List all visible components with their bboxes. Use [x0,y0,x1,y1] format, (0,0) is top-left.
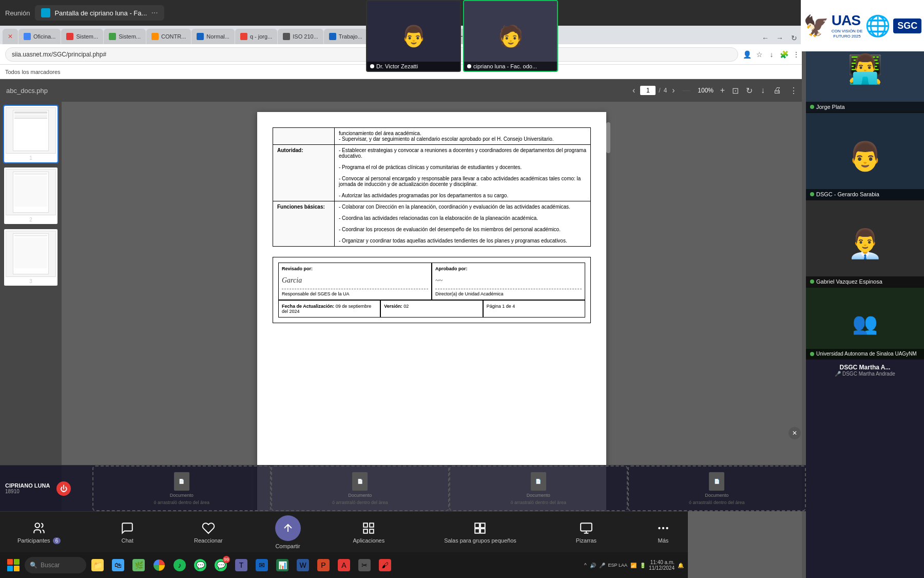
sig-row-top: Revisado por: Garcia Responsable del SGE… [278,263,585,300]
browser-forward-btn[interactable]: → [774,32,786,44]
react-btn[interactable]: Reaccionar [187,518,230,547]
video-bg-gabriel: 👨‍💼 [806,200,924,287]
taskbar-app-earth[interactable]: 🌿 [129,556,148,574]
taskbar-app-files[interactable]: 📁 [88,556,107,574]
close-overlay-btn[interactable]: ✕ [788,427,801,439]
close-tab-icon[interactable]: ✕ [8,33,13,40]
system-tray: ^ 🔊 🎤 ESP LAA 📶 🔋 11:40 a.m. 11/12/2024 … [584,560,684,571]
taskbar-app-mail[interactable]: ✉ [253,556,271,574]
files-icon: 📁 [91,559,104,571]
taskbar-app-excel[interactable]: 📊 [273,556,292,574]
browser-reload-btn[interactable]: ↻ [788,32,800,44]
browser-tab-contr[interactable]: CONTR... [146,29,191,44]
taskbar-app-word[interactable]: W [294,556,312,574]
uas-eagle-icon: 🦅 [803,8,829,44]
doc-drop-zone-2[interactable]: 📄 Documento ó arrastraló dentro del área [271,465,450,511]
pdf-thumb-3[interactable]: 3 [4,229,57,286]
taskbar-app-spotify[interactable]: ♪ [170,556,189,574]
mic-icon-1 [467,64,471,68]
browser-back-btn[interactable]: ← [759,32,772,44]
sig-fecha-cell: Fecha de Actualización: 09 de septiembre… [278,300,380,318]
participant-label-jorge: Jorge Plata [806,102,924,112]
tray-speaker-icon[interactable]: 🔊 [590,563,596,568]
table-row-funciones: Funciones básicas: - Colaborar con Direc… [273,201,591,247]
active-tab[interactable]: Pantalla de cipriano luna - Fa... ··· [35,5,164,21]
empty-label-cell [273,128,335,145]
browser-tab-iso[interactable]: ISO 210... [278,29,323,44]
earth-icon: 🌿 [132,559,145,571]
pdf-page-input[interactable] [640,86,656,95]
doc-label-4: Documento [705,493,728,498]
browser-tab-sistem2[interactable]: Sistem... [104,29,146,44]
browser-tab-gmail[interactable]: q - jorg... [235,29,277,44]
pdf-prev-btn[interactable]: ‹ [630,85,637,96]
taskbar-app-whatsapp[interactable]: 💬 [191,556,209,574]
pdf-rotate-btn[interactable]: ↻ [744,85,755,97]
local-user-id: 18910 [5,489,50,494]
tab-options-btn[interactable]: ··· [151,8,158,17]
taskbar-app-powerpoint[interactable]: P [314,556,333,574]
taskbar-app-paint[interactable]: 🖌 [376,556,394,574]
participant-label-gerardo: DSGC - Gerardo Sarabia [806,189,924,199]
rooms-icon [473,521,487,535]
browser-tab-sistem1[interactable]: Sistem... [61,29,103,44]
taskbar-app-snip[interactable]: ✂ [355,556,374,574]
tray-notification-icon[interactable]: 🔔 [678,563,684,568]
tray-wifi-icon[interactable]: 📶 [630,563,637,568]
pdf-thumb-1[interactable]: 1 [4,106,57,162]
participants-icon [32,521,46,535]
table-row: funcionamiento del área académica. - Sup… [273,128,591,145]
sig-version-cell: Versión: 02 [380,300,483,318]
pdf-thumb-img-2 [6,169,56,215]
bookmark-icon[interactable]: ☆ [755,50,764,59]
pdf-zoom-value: 100% [696,87,716,94]
whiteboard-btn[interactable]: Pizarras [569,518,604,547]
download-icon[interactable]: ↓ [767,50,776,59]
chat-btn[interactable]: Chat [113,518,142,547]
menu-icon[interactable]: ⋮ [792,50,801,59]
share-btn[interactable] [275,515,301,541]
browser-tab-close[interactable]: ✕ [3,29,18,44]
tray-lang: ESP LAA [608,563,627,568]
more-icon [656,521,670,535]
power-button[interactable]: ⏻ [56,481,71,496]
svg-rect-2 [370,523,374,527]
apps-btn[interactable]: Aplicaciones [345,518,392,547]
browser-tab-oficina[interactable]: Oficina... [18,29,61,44]
tray-mic-icon[interactable]: 🎤 [599,563,605,568]
taskbar-app-chrome[interactable] [150,556,168,574]
browser-action-icons: 👤 ☆ ↓ 🧩 ⋮ [742,50,801,59]
rooms-btn[interactable]: Salas para grupos pequeños [437,518,524,547]
more-btn[interactable]: Más [649,518,678,547]
windows-start-btn[interactable] [4,556,23,574]
windows-search-bar[interactable]: 🔍 Buscar [25,557,86,573]
pdf-thumb-img-1 [6,107,56,154]
pdf-zoom-in-btn[interactable]: + [718,85,727,96]
doc-drop-zone-1[interactable]: 📄 Documento ó arrastraló dentro del área [92,465,271,511]
taskbar-app-acrobat[interactable]: A [335,556,353,574]
pdf-thumb-2[interactable]: 2 [4,167,57,224]
browser-tab-trabajo[interactable]: Trabajo... [324,29,368,44]
windows-logo [7,559,20,571]
pdf-next-btn[interactable]: › [670,85,677,96]
extensions-icon[interactable]: 🧩 [779,50,788,59]
taskbar-app-badge[interactable]: 💬 99 [211,556,230,574]
browser-tab-normal1[interactable]: Normal... [191,29,235,44]
pdf-fit-btn[interactable]: ⊡ [730,85,741,97]
tray-time[interactable]: 11:40 a.m. 11/12/2024 [649,560,675,571]
video-thumb-label-0: Dr. Victor Zezatti [367,62,460,71]
doc-drop-zone-4[interactable]: 📄 Documento ó arrastraló dentro del área [628,465,806,511]
mic-gabriel [810,279,814,284]
pdf-more-btn[interactable]: ⋮ [787,85,800,97]
video-thumb-label-1: cipriano luna - Fac. odo... [464,62,557,71]
chat-icon [120,521,134,535]
pdf-print-btn[interactable]: 🖨 [771,85,783,96]
taskbar-app-teams[interactable]: T [232,556,251,574]
pdf-thumb-num-3: 3 [6,278,56,284]
tray-chevron-icon[interactable]: ^ [584,563,587,568]
taskbar-app-store[interactable]: 🛍 [109,556,127,574]
participants-btn[interactable]: Participantes 6 [10,518,68,547]
doc-drop-zone-3[interactable]: 📄 Documento ó arrastraló dentro del área [449,465,628,511]
sig-role-aprobado: Director(a) de Unidad Académica [435,291,582,296]
pdf-download-btn[interactable]: ↓ [759,85,767,96]
